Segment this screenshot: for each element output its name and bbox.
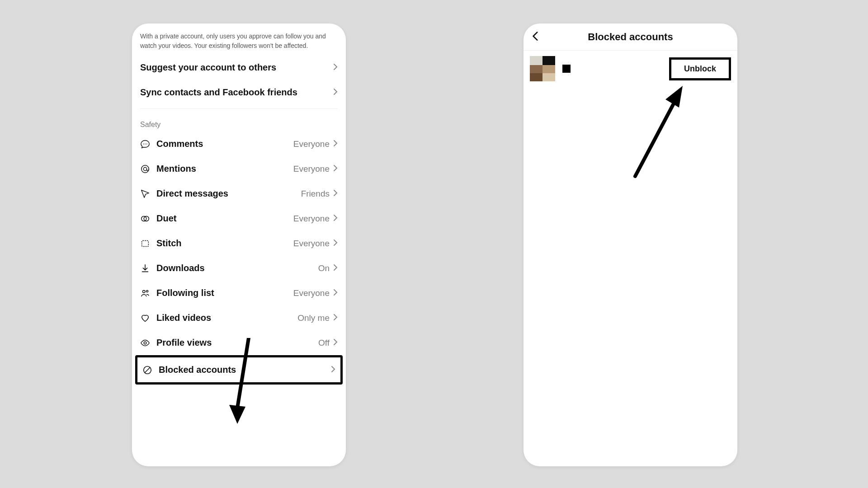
duet-icon [140, 214, 152, 224]
mentions-label: Mentions [156, 164, 293, 174]
svg-point-4 [143, 167, 146, 170]
comments-value: Everyone [293, 139, 330, 149]
liked-videos-value: Only me [297, 313, 330, 323]
header: Blocked accounts [524, 23, 737, 51]
comments-label: Comments [156, 139, 293, 149]
screen-title: Blocked accounts [588, 31, 673, 43]
chevron-right-icon [333, 239, 338, 248]
direct-messages-row[interactable]: Direct messages Friends [137, 181, 340, 206]
back-button[interactable] [530, 30, 542, 44]
comment-icon [140, 139, 152, 149]
chevron-right-icon [333, 214, 338, 223]
profile-views-label: Profile views [156, 338, 318, 348]
following-list-label: Following list [156, 288, 293, 298]
eye-icon [140, 338, 152, 348]
comments-row[interactable]: Comments Everyone [137, 131, 340, 156]
svg-point-0 [143, 143, 144, 144]
chevron-right-icon [333, 88, 338, 97]
following-list-value: Everyone [293, 288, 330, 298]
duet-label: Duet [156, 213, 293, 224]
svg-rect-7 [142, 240, 149, 246]
stitch-row[interactable]: Stitch Everyone [137, 231, 340, 256]
at-icon [140, 164, 152, 174]
blocked-accounts-screen: Blocked accounts Unblock [524, 23, 737, 466]
username-redacted [562, 65, 571, 73]
chevron-right-icon [333, 63, 338, 72]
svg-point-10 [144, 342, 146, 344]
chevron-right-icon [331, 366, 335, 375]
downloads-value: On [318, 263, 330, 273]
following-list-row[interactable]: Following list Everyone [137, 281, 340, 305]
liked-videos-row[interactable]: Liked videos Only me [137, 305, 340, 330]
svg-point-8 [143, 290, 146, 293]
duet-row[interactable]: Duet Everyone [137, 206, 340, 231]
svg-point-9 [146, 290, 148, 292]
download-icon [140, 263, 152, 273]
chevron-right-icon [333, 338, 338, 347]
duet-value: Everyone [293, 214, 330, 224]
svg-point-1 [145, 143, 146, 144]
blocked-accounts-row[interactable]: Blocked accounts [137, 357, 340, 382]
mentions-row[interactable]: Mentions Everyone [137, 156, 340, 181]
send-icon [140, 189, 152, 199]
safety-section-header: Safety [137, 113, 340, 131]
sync-contacts-label: Sync contacts and Facebook friends [140, 87, 333, 98]
avatar [530, 56, 555, 81]
downloads-label: Downloads [156, 263, 318, 273]
private-account-description: With a private account, only users you a… [137, 23, 340, 55]
heart-icon [140, 313, 152, 323]
chevron-right-icon [333, 264, 338, 273]
blocked-accounts-highlight: Blocked accounts [135, 355, 343, 385]
profile-views-row[interactable]: Profile views Off [137, 330, 340, 355]
chevron-right-icon [333, 189, 338, 198]
people-icon [140, 288, 152, 298]
liked-videos-label: Liked videos [156, 313, 297, 323]
svg-point-2 [146, 143, 147, 144]
sync-contacts-row[interactable]: Sync contacts and Facebook friends [137, 80, 340, 105]
blocked-user-row: Unblock [524, 51, 737, 87]
suggest-account-row[interactable]: Suggest your account to others [137, 55, 340, 80]
chevron-right-icon [333, 314, 338, 323]
profile-views-value: Off [318, 338, 330, 348]
svg-line-12 [145, 367, 150, 372]
blocked-accounts-label: Blocked accounts [159, 365, 331, 375]
mentions-value: Everyone [293, 164, 330, 174]
direct-messages-value: Friends [301, 189, 330, 199]
svg-point-3 [142, 165, 149, 173]
chevron-right-icon [333, 164, 338, 174]
chevron-right-icon [333, 140, 338, 149]
block-icon [142, 365, 154, 375]
settings-screen: With a private account, only users you a… [132, 23, 346, 466]
downloads-row[interactable]: Downloads On [137, 256, 340, 281]
stitch-value: Everyone [293, 239, 330, 249]
direct-messages-label: Direct messages [156, 188, 301, 199]
suggest-account-label: Suggest your account to others [140, 62, 333, 73]
divider [140, 108, 338, 109]
chevron-right-icon [333, 289, 338, 298]
unblock-button[interactable]: Unblock [669, 57, 731, 80]
stitch-label: Stitch [156, 238, 293, 249]
stitch-icon [140, 239, 152, 249]
